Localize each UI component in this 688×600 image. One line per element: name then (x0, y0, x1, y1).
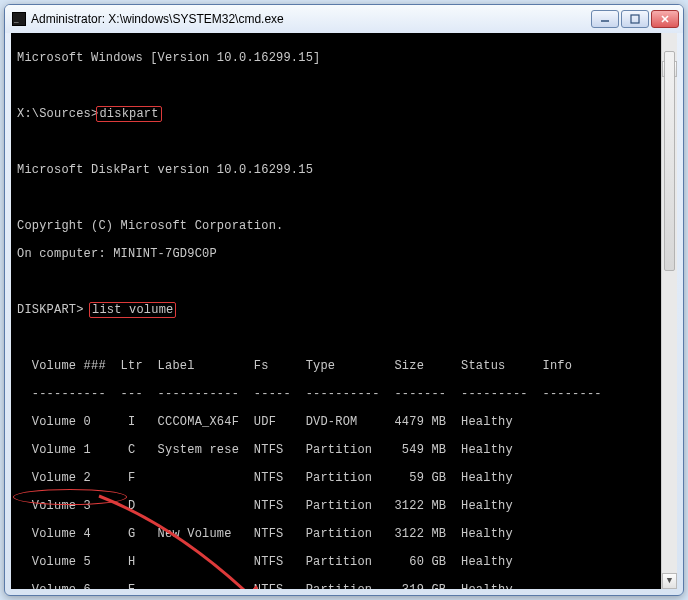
console-line (17, 79, 671, 93)
prompt: DISKPART> (17, 303, 84, 317)
table-header: Volume ### Ltr Label Fs Type Size Status… (17, 359, 671, 373)
minimize-button[interactable] (591, 10, 619, 28)
table-row: Volume 1 C System rese NTFS Partition 54… (17, 443, 671, 457)
close-button[interactable] (651, 10, 679, 28)
annotation-box: list volume (89, 302, 176, 318)
table-row: Volume 2 F NTFS Partition 59 GB Healthy (17, 471, 671, 485)
table-row: Volume 4 G New Volume NTFS Partition 312… (17, 527, 671, 541)
console-surface[interactable]: Microsoft Windows [Version 10.0.16299.15… (11, 33, 677, 589)
console-line (17, 331, 671, 345)
prompt: X:\Sources> (17, 107, 98, 121)
table-row: Volume 0 I CCCOMA_X64F UDF DVD-ROM 4479 … (17, 415, 671, 429)
console-line: X:\Sources>diskpart (17, 107, 671, 121)
table-divider: ---------- --- ----------- ----- -------… (17, 387, 671, 401)
console-line: Microsoft DiskPart version 10.0.16299.15 (17, 163, 671, 177)
console-line: On computer: MININT-7GD9C0P (17, 247, 671, 261)
scroll-thumb[interactable] (664, 51, 675, 271)
window-title: Administrator: X:\windows\SYSTEM32\cmd.e… (31, 12, 589, 26)
cmd-icon: _ (11, 11, 27, 27)
annotation-box: diskpart (96, 106, 161, 122)
table-row: Volume 6 E NTFS Partition 319 GB Healthy (17, 583, 671, 589)
maximize-button[interactable] (621, 10, 649, 28)
table-row: Volume 5 H NTFS Partition 60 GB Healthy (17, 555, 671, 569)
console-line (17, 191, 671, 205)
svg-text:_: _ (13, 14, 19, 24)
console-line: Microsoft Windows [Version 10.0.16299.15… (17, 51, 671, 65)
console-line: Copyright (C) Microsoft Corporation. (17, 219, 671, 233)
console-line (17, 135, 671, 149)
app-window: _ Administrator: X:\windows\SYSTEM32\cmd… (4, 4, 684, 596)
vertical-scrollbar[interactable]: ▲ ▼ (661, 33, 677, 589)
console-line (17, 275, 671, 289)
title-bar[interactable]: _ Administrator: X:\windows\SYSTEM32\cmd… (5, 5, 683, 33)
scroll-down-button[interactable]: ▼ (662, 573, 677, 589)
svg-rect-4 (631, 15, 639, 23)
console-line: DISKPART> list volume (17, 303, 671, 317)
table-row: Volume 3 D NTFS Partition 3122 MB Health… (17, 499, 671, 513)
